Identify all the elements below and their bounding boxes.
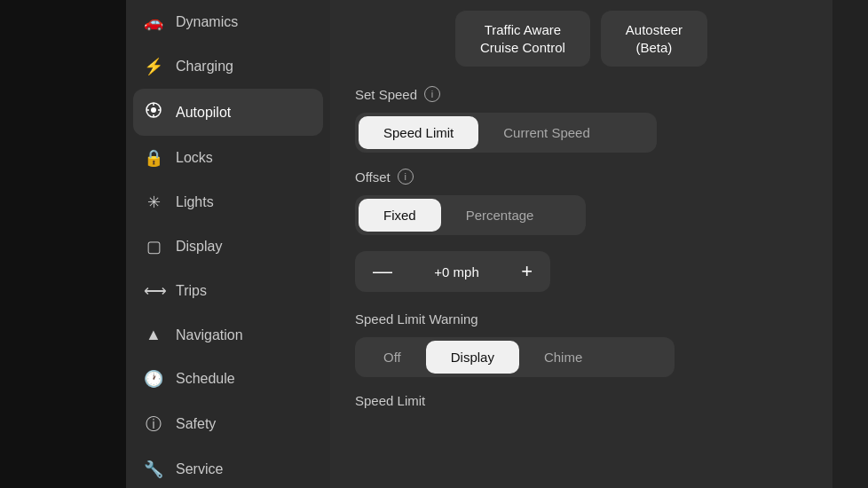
trips-icon: ⟷ xyxy=(144,281,163,301)
offset-info-icon[interactable]: i xyxy=(398,169,414,185)
sidebar-item-label: Service xyxy=(176,461,223,477)
sidebar-item-dynamics[interactable]: 🚗 Dynamics xyxy=(126,0,330,44)
sidebar-item-display[interactable]: ▢ Display xyxy=(126,224,330,269)
sidebar-item-service[interactable]: 🔧 Service xyxy=(126,447,330,488)
service-icon: 🔧 xyxy=(144,460,163,479)
warning-chime-btn[interactable]: Chime xyxy=(519,341,607,374)
sidebar-item-label: Schedule xyxy=(176,371,235,387)
offset-minus-btn[interactable]: — xyxy=(355,258,410,285)
warning-off-btn[interactable]: Off xyxy=(359,341,426,374)
set-speed-label: Set Speed i xyxy=(355,86,808,102)
autopilot-icon xyxy=(144,101,163,123)
lights-icon: ✳ xyxy=(144,193,163,212)
warning-display-btn[interactable]: Display xyxy=(426,341,519,374)
safety-icon: ⓘ xyxy=(144,413,163,435)
dynamics-icon: 🚗 xyxy=(144,12,163,32)
percentage-btn[interactable]: Percentage xyxy=(441,199,559,232)
schedule-icon: 🕐 xyxy=(144,369,163,389)
speed-limit-warning-label: Speed Limit Warning xyxy=(355,311,808,327)
sidebar: 🚗 Dynamics ⚡ Charging Autopilot 🔒 Locks … xyxy=(126,0,330,488)
offset-toggle-group: Fixed Percentage xyxy=(355,195,586,235)
current-speed-btn[interactable]: Current Speed xyxy=(478,116,615,149)
autosteer-tab[interactable]: Autosteer(Beta) xyxy=(601,11,707,67)
right-edge xyxy=(832,0,868,488)
sidebar-item-autopilot[interactable]: Autopilot xyxy=(133,89,323,136)
fixed-btn[interactable]: Fixed xyxy=(359,199,441,232)
sidebar-item-label: Trips xyxy=(176,283,207,299)
sidebar-item-safety[interactable]: ⓘ Safety xyxy=(126,401,330,447)
sidebar-item-trips[interactable]: ⟷ Trips xyxy=(126,269,330,313)
speed-limit-section-label: Speed Limit xyxy=(355,393,808,408)
offset-plus-btn[interactable]: + xyxy=(503,258,550,285)
sidebar-item-label: Lights xyxy=(176,194,214,210)
set-speed-info-icon[interactable]: i xyxy=(424,86,440,102)
speed-limit-warning-toggle: Off Display Chime xyxy=(355,337,675,377)
offset-value: +0 mph xyxy=(410,264,503,279)
left-bar xyxy=(0,0,126,488)
charging-icon: ⚡ xyxy=(144,57,163,76)
sidebar-item-label: Safety xyxy=(176,416,216,432)
settings-content: Set Speed i Speed Limit Current Speed Of… xyxy=(330,77,832,417)
offset-label: Offset i xyxy=(355,169,808,185)
sidebar-item-label: Navigation xyxy=(176,327,243,343)
offset-stepper: — +0 mph + xyxy=(355,251,550,292)
sidebar-item-label: Charging xyxy=(176,59,233,75)
sidebar-item-charging[interactable]: ⚡ Charging xyxy=(126,44,330,89)
set-speed-toggle-group: Speed Limit Current Speed xyxy=(355,113,657,153)
sidebar-item-label: Autopilot xyxy=(176,105,231,121)
svg-point-1 xyxy=(151,107,156,113)
speed-limit-btn[interactable]: Speed Limit xyxy=(359,116,478,149)
sidebar-item-label: Dynamics xyxy=(176,14,238,30)
main-content: Traffic AwareCruise Control Autosteer(Be… xyxy=(330,0,832,488)
display-icon: ▢ xyxy=(144,237,163,256)
locks-icon: 🔒 xyxy=(144,148,163,168)
sidebar-item-locks[interactable]: 🔒 Locks xyxy=(126,136,330,180)
traffic-aware-tab[interactable]: Traffic AwareCruise Control xyxy=(455,11,590,67)
top-tabs: Traffic AwareCruise Control Autosteer(Be… xyxy=(330,0,832,77)
sidebar-item-lights[interactable]: ✳ Lights xyxy=(126,180,330,224)
navigation-icon: ▲ xyxy=(144,326,163,344)
sidebar-item-schedule[interactable]: 🕐 Schedule xyxy=(126,357,330,401)
sidebar-item-navigation[interactable]: ▲ Navigation xyxy=(126,313,330,357)
sidebar-item-label: Display xyxy=(176,239,222,255)
sidebar-item-label: Locks xyxy=(176,150,213,166)
